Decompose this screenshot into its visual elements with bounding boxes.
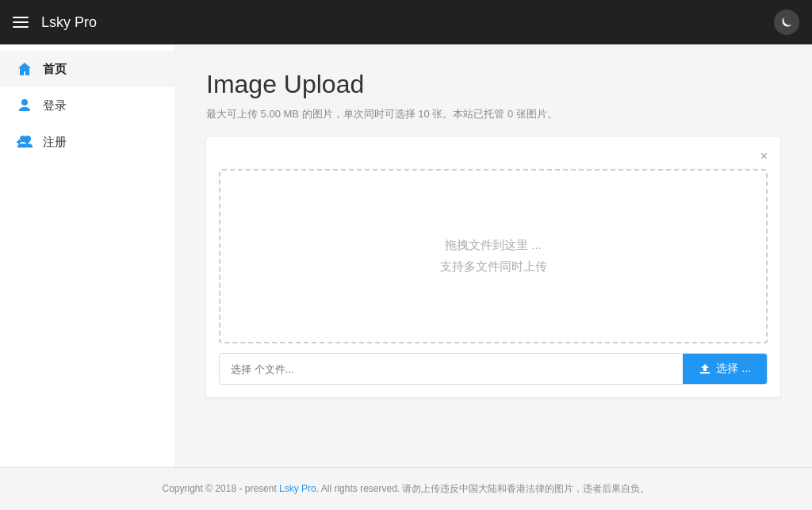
dropzone[interactable]: 拖拽文件到这里 ... 支持多文件同时上传	[219, 169, 768, 343]
footer: Copyright © 2018 - present Lsky Pro. All…	[0, 467, 812, 510]
register-icon	[16, 133, 33, 151]
file-input-row: 选择 ...	[219, 353, 768, 385]
upload-card: × 拖拽文件到这里 ... 支持多文件同时上传 选择 ...	[206, 137, 780, 397]
dropzone-text-line2: 支持多文件同时上传	[440, 259, 547, 274]
footer-link[interactable]: Lsky Pro	[279, 483, 316, 494]
page-subtitle: 最大可上传 5.00 MB 的图片，单次同时可选择 10 张。本站已托管 0 张…	[206, 107, 780, 121]
sidebar-item-home-label: 首页	[43, 62, 67, 77]
file-input[interactable]	[220, 355, 683, 383]
sidebar: 首页 登录 注册	[0, 44, 174, 467]
theme-toggle-button[interactable]	[774, 10, 799, 35]
upload-icon	[699, 362, 711, 375]
sidebar-item-home[interactable]: 首页	[0, 51, 174, 87]
sidebar-item-register-label: 注册	[43, 135, 67, 150]
footer-text: Copyright © 2018 - present	[163, 483, 280, 494]
sidebar-item-login-label: 登录	[43, 98, 67, 113]
file-select-label: 选择 ...	[716, 362, 751, 376]
layout: 首页 登录 注册 Image Upload 最大可上传 5.00 MB 的	[0, 44, 812, 467]
sidebar-item-register[interactable]: 注册	[0, 124, 174, 160]
brand-title: Lsky Pro	[41, 14, 774, 31]
dropzone-text-line1: 拖拽文件到这里 ...	[445, 238, 542, 253]
upload-card-header: ×	[219, 150, 768, 163]
footer-text-after: . All rights reserved. 请勿上传违反中国大陆和香港法律的图…	[316, 483, 650, 494]
home-icon	[16, 60, 33, 78]
file-select-button[interactable]: 选择 ...	[683, 354, 767, 384]
close-button[interactable]: ×	[760, 150, 768, 163]
menu-icon[interactable]	[13, 17, 29, 28]
login-icon	[16, 97, 33, 114]
sidebar-item-login[interactable]: 登录	[0, 87, 174, 124]
topbar: Lsky Pro	[0, 0, 812, 44]
main-content: Image Upload 最大可上传 5.00 MB 的图片，单次同时可选择 1…	[174, 44, 812, 467]
page-title: Image Upload	[206, 70, 780, 99]
